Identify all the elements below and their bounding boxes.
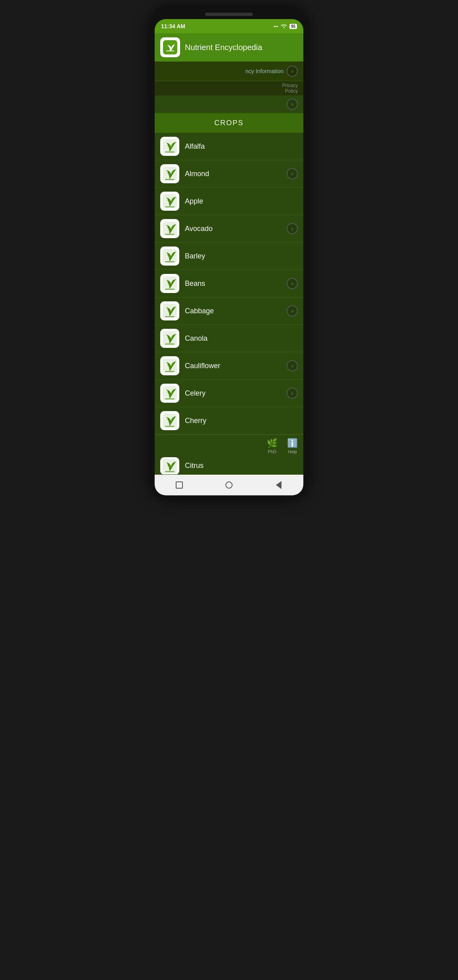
crop-item-avocado[interactable]: Avocado ›: [155, 215, 303, 243]
crop-item-cabbage[interactable]: Cabbage ›: [155, 297, 303, 325]
phone-frame: 11:34 AM ▪▪▪ 95: [151, 8, 307, 499]
crop-item-barley[interactable]: Barley: [155, 243, 303, 270]
almond-plant-icon: [163, 167, 177, 181]
crop-item-canola[interactable]: Canola: [155, 325, 303, 352]
apple-plant-icon: [163, 194, 177, 208]
crop-item-apple[interactable]: Apple: [155, 188, 303, 215]
cabbage-plant-icon: [163, 304, 177, 318]
svg-point-0: [283, 27, 284, 28]
battery-indicator: 95: [289, 24, 297, 29]
app-header: Nutrient Encyclopedia: [155, 33, 303, 62]
canola-plant-icon: [163, 331, 177, 345]
crop-icon-canola: [160, 329, 179, 348]
crop-icon-cauliflower: [160, 356, 179, 375]
crop-icon-apple: [160, 192, 179, 211]
info-text: ncy Information: [245, 68, 283, 74]
crop-item-cauliflower[interactable]: Cauliflower ›: [155, 352, 303, 380]
alfalfa-plant-icon: [163, 139, 177, 153]
crop-name-cabbage: Cabbage: [185, 307, 278, 315]
wifi-icon: [281, 23, 287, 29]
home-button[interactable]: [224, 480, 234, 490]
info-chevron[interactable]: ›: [287, 66, 298, 77]
crop-icon-alfalfa: [160, 137, 179, 156]
crop-name-celery: Celery: [185, 389, 278, 398]
help-icon: ℹ️: [287, 438, 298, 448]
crop-icon-avocado: [160, 219, 179, 238]
crop-item-beans[interactable]: Beans ›: [155, 270, 303, 297]
phd-label: PhD: [268, 449, 276, 454]
android-nav-bar: [155, 475, 303, 495]
tab-help[interactable]: ℹ️ Help: [287, 438, 298, 454]
crop-name-citrus: Citrus: [185, 462, 298, 470]
crop-icon-almond: [160, 164, 179, 183]
crop-item-alfalfa[interactable]: Alfalfa: [155, 133, 303, 160]
avocado-plant-icon: [163, 221, 177, 236]
secondary-area: ncy Information ›: [155, 62, 303, 81]
cherry-plant-icon: [163, 413, 177, 428]
pre-list-row: ›: [155, 95, 303, 113]
crop-name-cherry: Cherry: [185, 417, 298, 425]
privacy-area: PrivacyPolicy: [155, 81, 303, 95]
tab-phd[interactable]: 🌿 PhD: [267, 438, 278, 454]
crop-name-avocado: Avocado: [185, 225, 278, 233]
crop-item-celery[interactable]: Celery ›: [155, 380, 303, 407]
crop-list: Alfalfa Almond ›: [155, 133, 303, 475]
recent-apps-button[interactable]: [175, 480, 184, 490]
crop-icon-citrus: [160, 457, 179, 475]
barley-plant-icon: [163, 249, 177, 263]
crop-item-citrus[interactable]: Citrus: [155, 457, 303, 475]
beans-plant-icon: [163, 276, 177, 291]
recent-apps-icon: [176, 481, 183, 489]
privacy-policy-text: PrivacyPolicy: [282, 83, 298, 94]
row-chevron-1[interactable]: ›: [287, 99, 298, 110]
cabbage-chevron[interactable]: ›: [287, 305, 298, 316]
crop-item-almond[interactable]: Almond ›: [155, 160, 303, 188]
crops-header: CROPS: [155, 113, 303, 133]
bottom-tabs: 🌿 PhD ℹ️ Help: [155, 435, 303, 457]
celery-chevron[interactable]: ›: [287, 388, 298, 399]
cauliflower-plant-icon: [163, 359, 177, 373]
beans-chevron[interactable]: ›: [287, 278, 298, 289]
celery-plant-icon: [163, 386, 177, 400]
app-title: Nutrient Encyclopedia: [185, 43, 262, 52]
signal-icon: ▪▪▪: [274, 24, 278, 29]
app-logo: [160, 37, 180, 57]
plant-logo-icon: [163, 40, 177, 54]
crop-icon-celery: [160, 384, 179, 403]
status-icons: ▪▪▪ 95: [274, 23, 297, 29]
citrus-plant-icon: [163, 459, 177, 473]
crop-item-cherry[interactable]: Cherry: [155, 407, 303, 435]
crop-name-alfalfa: Alfalfa: [185, 142, 298, 151]
crop-name-almond: Almond: [185, 170, 278, 178]
crop-icon-barley: [160, 246, 179, 266]
help-label: Help: [288, 449, 297, 454]
avocado-chevron[interactable]: ›: [287, 223, 298, 234]
crop-icon-cabbage: [160, 301, 179, 320]
home-icon: [225, 481, 233, 489]
phone-notch: [205, 13, 253, 16]
crops-title: CROPS: [214, 119, 244, 127]
crop-name-apple: Apple: [185, 197, 298, 206]
back-button[interactable]: [274, 480, 283, 490]
crop-name-canola: Canola: [185, 334, 298, 343]
almond-chevron[interactable]: ›: [287, 168, 298, 179]
crop-icon-beans: [160, 274, 179, 293]
crop-name-beans: Beans: [185, 279, 278, 288]
crop-icon-cherry: [160, 411, 179, 430]
crop-name-barley: Barley: [185, 252, 298, 260]
back-icon: [276, 481, 281, 489]
crop-name-cauliflower: Cauliflower: [185, 362, 278, 370]
status-bar: 11:34 AM ▪▪▪ 95: [155, 19, 303, 33]
cauliflower-chevron[interactable]: ›: [287, 360, 298, 371]
phd-icon: 🌿: [267, 438, 278, 448]
status-time: 11:34 AM: [161, 23, 185, 29]
phone-screen: 11:34 AM ▪▪▪ 95: [155, 19, 303, 495]
